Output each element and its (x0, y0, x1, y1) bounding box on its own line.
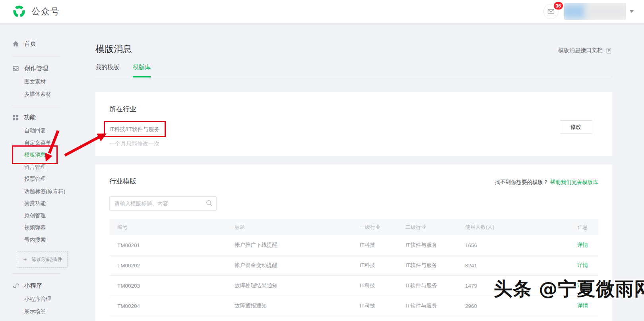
sidebar: 首页 创作管理 图文素材 多媒体素材 功能 自动回复 自定义菜单 模板消息 (0, 23, 84, 317)
table-row: TM00201 帐户推广下线提醒 IT科技 IT软件与服务 1656 详情 (109, 235, 598, 255)
sidebar-item-account-search[interactable]: 号内搜索 (12, 234, 76, 246)
home-icon (12, 40, 19, 48)
sidebar-section-miniprogram[interactable]: 小程序 (12, 278, 84, 293)
plus-icon: ＋ (22, 256, 28, 263)
table-row: TM00202 帐户资金变动提醒 IT科技 IT软件与服务 8241 详情 (109, 255, 598, 276)
template-title: 故障通报通知 (235, 302, 360, 309)
add-plugin-label: 添加功能插件 (31, 256, 62, 263)
sidebar-item-reward[interactable]: 赞赏功能 (12, 197, 76, 210)
sidebar-section-label: 功能 (24, 114, 36, 121)
library-heading: 行业模版 (109, 177, 136, 186)
template-industry1: IT科技 (360, 262, 405, 269)
creation-tray-icon (12, 65, 19, 72)
sidebar-item-label: 模板消息 (24, 152, 46, 158)
sidebar-item-miniprogram-manage[interactable]: 小程序管理 (12, 293, 76, 306)
detail-link[interactable]: 详情 (549, 302, 598, 309)
divider (12, 105, 60, 105)
logo[interactable]: 公众号 (12, 4, 60, 19)
modify-button[interactable]: 修改 (560, 120, 592, 134)
sidebar-item-custom-menu[interactable]: 自定义菜单 (12, 137, 76, 149)
tab-my-templates[interactable]: 我的模版 (95, 64, 119, 77)
template-industry2: IT软件与服务 (405, 262, 465, 269)
col-header-code: 编号 (109, 224, 235, 231)
sidebar-item-label: 视频弹幕 (24, 224, 46, 230)
sidebar-item-home[interactable]: 首页 (12, 37, 84, 51)
col-header-industry2: 二级行业 (405, 224, 465, 231)
divider (12, 56, 60, 56)
sidebar-item-label: 小程序管理 (24, 296, 51, 302)
sidebar-item-auto-reply[interactable]: 自动回复 (12, 125, 76, 137)
template-code: TM00204 (109, 303, 235, 309)
wechat-official-account-admin: 公众号 36 首页 (0, 0, 644, 321)
improve-library-link[interactable]: 帮助我们完善模版库 (550, 179, 599, 185)
col-header-industry1: 一级行业 (360, 224, 405, 231)
template-api-doc-link[interactable]: 模版消息接口文档 (558, 47, 612, 54)
sidebar-section-creation[interactable]: 创作管理 (12, 61, 84, 76)
template-industry1: IT科技 (360, 242, 405, 249)
template-industry1: IT科技 (360, 302, 405, 309)
sidebar-item-media-material[interactable]: 多媒体素材 (12, 88, 76, 101)
sidebar-item-label: 自动回复 (24, 128, 46, 133)
mail-badge[interactable]: 36 (553, 1, 564, 10)
sidebar-item-label: 赞赏功能 (24, 200, 46, 206)
search-icon[interactable] (206, 199, 213, 207)
sidebar-item-label: 多媒体素材 (24, 91, 51, 97)
sidebar-item-comment-manage[interactable]: 留言管理 (12, 161, 76, 174)
template-code: TM00203 (109, 283, 235, 289)
grid-icon (12, 114, 19, 121)
template-title: 故障处理结果通知 (235, 282, 360, 289)
template-title: 帐户资金变动提醒 (235, 262, 360, 269)
divider (12, 273, 60, 274)
sidebar-item-display-scene[interactable]: 展示场景 (12, 306, 76, 318)
template-industry1: IT科技 (360, 282, 405, 289)
template-industry2: IT软件与服务 (405, 302, 465, 309)
sidebar-item-label: 图文素材 (24, 79, 46, 85)
notifications: 36 (543, 4, 559, 19)
industry-heading: 所在行业 (109, 104, 598, 114)
sidebar-item-label: 首页 (24, 40, 36, 48)
sidebar-item-label: 话题标签(原专辑) (24, 188, 66, 194)
wechat-official-logo-icon (12, 4, 26, 19)
top-bar: 公众号 36 (0, 0, 644, 23)
template-code: TM00201 (109, 242, 235, 248)
sidebar-item-template-message[interactable]: 模板消息 (12, 149, 76, 161)
col-header-info: 信息 (549, 224, 598, 231)
library-header: 行业模版 找不到你想要的模版？ 帮助我们完善模版库 (109, 177, 598, 186)
template-users: 2960 (465, 303, 549, 309)
template-table: 编号 标题 一级行业 二级行业 使用人数(人) 信息 TM00201 帐户推广下… (109, 219, 598, 316)
sidebar-section-function[interactable]: 功能 (12, 110, 84, 125)
template-industry2: IT软件与服务 (405, 242, 465, 249)
library-help: 找不到你想要的模版？ 帮助我们完善模版库 (495, 179, 598, 186)
search-input[interactable] (109, 196, 217, 211)
template-code: TM00202 (109, 263, 235, 269)
detail-link[interactable]: 详情 (549, 242, 598, 249)
page-header: 模版消息 模版消息接口文档 我的模版 模版库 (95, 23, 612, 77)
tab-bar: 我的模版 模版库 (95, 64, 612, 77)
tab-template-library[interactable]: 模版库 (133, 64, 151, 77)
sidebar-section-label: 创作管理 (24, 65, 48, 72)
sidebar-item-label: 号内搜索 (24, 237, 46, 243)
template-industry2: IT软件与服务 (405, 282, 465, 289)
add-plugin-button[interactable]: ＋ 添加功能插件 (17, 251, 68, 268)
table-header-row: 编号 标题 一级行业 二级行业 使用人数(人) 信息 (109, 219, 598, 235)
sidebar-item-article-material[interactable]: 图文素材 (12, 76, 76, 88)
detail-link[interactable]: 详情 (549, 262, 598, 269)
sidebar-item-vote-manage[interactable]: 投票管理 (12, 173, 76, 186)
sidebar-item-label: 展示场景 (24, 308, 46, 314)
document-icon (605, 47, 612, 54)
template-users: 1656 (465, 242, 549, 248)
dropdown-caret-icon[interactable] (630, 10, 634, 13)
col-header-title: 标题 (235, 224, 360, 231)
page-title: 模版消息 (95, 43, 612, 55)
sidebar-item-topic-tag[interactable]: 话题标签(原专辑) (12, 186, 76, 198)
sidebar-item-label: 原创管理 (24, 213, 46, 219)
user-account-blurred[interactable] (564, 3, 626, 20)
logo-text: 公众号 (31, 6, 60, 17)
template-title: 帐户推广下线提醒 (235, 242, 360, 249)
sidebar-item-original-manage[interactable]: 原创管理 (12, 210, 76, 222)
sidebar-item-label: 自定义菜单 (24, 140, 51, 146)
sidebar-item-video-danmu[interactable]: 视频弹幕 (12, 222, 76, 234)
industry-note: 一个月只能修改一次 (109, 140, 598, 147)
blurred-username (586, 5, 626, 18)
template-users: 8241 (465, 263, 549, 269)
